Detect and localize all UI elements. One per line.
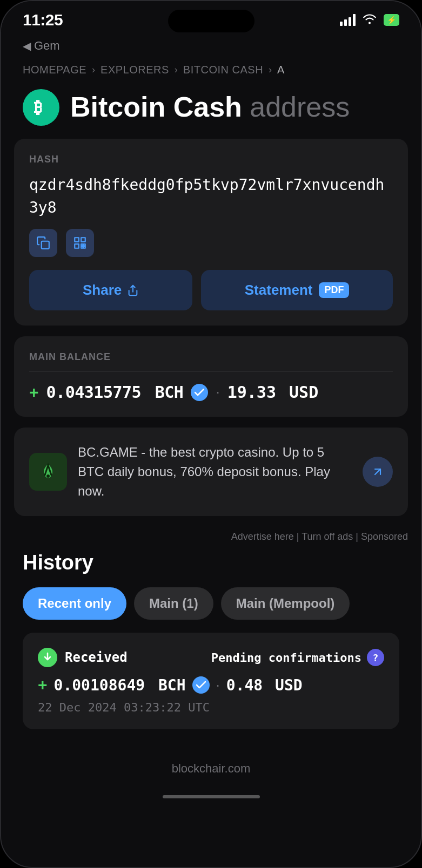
tab-main-1[interactable]: Main (1) bbox=[134, 587, 213, 620]
status-right: ⚡ bbox=[340, 12, 399, 28]
footer: blockchair.com bbox=[1, 751, 421, 786]
battery-icon: ⚡ bbox=[384, 14, 399, 26]
balance-card: MAIN BALANCE + 0.04315775 BCH · 19.33 US… bbox=[14, 336, 408, 417]
svg-rect-7 bbox=[81, 247, 83, 248]
svg-rect-4 bbox=[75, 244, 79, 248]
tx-amount-row: + 0.00108649 BCH · 0.48 USD bbox=[38, 676, 384, 694]
history-title: History bbox=[23, 551, 399, 574]
balance-amount: 0.04315775 BCH bbox=[46, 383, 184, 402]
status-time: 11:25 bbox=[23, 11, 63, 29]
balance-label: MAIN BALANCE bbox=[29, 351, 393, 363]
transaction-card: Received Pending confirmations ? + 0.001… bbox=[23, 633, 399, 729]
breadcrumb-bitcoin-cash[interactable]: BITCOIN CASH bbox=[183, 64, 263, 76]
svg-point-10 bbox=[46, 474, 50, 478]
wifi-icon bbox=[362, 12, 377, 28]
svg-rect-1 bbox=[42, 241, 49, 249]
svg-rect-6 bbox=[84, 244, 85, 246]
dynamic-island bbox=[168, 10, 254, 32]
pdf-badge: PDF bbox=[319, 282, 349, 298]
tab-main-mempool[interactable]: Main (Mempool) bbox=[221, 587, 350, 620]
copy-button[interactable] bbox=[29, 229, 57, 257]
breadcrumb: HOMEPAGE › EXPLORERS › BITCOIN CASH › A bbox=[1, 57, 421, 80]
balance-usd: 19.33 USD bbox=[227, 383, 319, 402]
action-buttons: Share Statement PDF bbox=[29, 270, 393, 310]
balance-row: + 0.04315775 BCH · 19.33 USD bbox=[29, 383, 393, 402]
tx-type: Received bbox=[65, 650, 128, 665]
pending-info-icon[interactable]: ? bbox=[367, 649, 384, 666]
tx-header: Received Pending confirmations ? bbox=[38, 648, 384, 667]
back-arrow-icon: ◀ bbox=[23, 39, 31, 52]
svg-rect-3 bbox=[81, 238, 85, 242]
svg-rect-2 bbox=[75, 238, 79, 242]
history-section: History Recent only Main (1) Main (Mempo… bbox=[1, 542, 421, 751]
page-title: Bitcoin Cash address bbox=[70, 92, 350, 123]
svg-text:₿: ₿ bbox=[34, 98, 42, 116]
phone-frame: 11:25 ⚡ ◀ Gem HO bbox=[0, 0, 422, 868]
qr-code-button[interactable] bbox=[66, 229, 94, 257]
bch-logo-icon: ₿ bbox=[23, 89, 59, 126]
hash-card: HASH qzdr4sdh8fkeddg0fp5tkvp72vmlr7xnvuc… bbox=[14, 139, 408, 326]
tab-recent-only[interactable]: Recent only bbox=[23, 587, 126, 620]
page-title-area: ₿ Bitcoin Cash address bbox=[1, 80, 421, 139]
home-indicator bbox=[163, 795, 260, 798]
tx-received-icon bbox=[38, 648, 57, 667]
ad-link-button[interactable] bbox=[363, 457, 393, 487]
svg-rect-5 bbox=[81, 244, 83, 246]
hash-actions bbox=[29, 229, 393, 257]
statement-button[interactable]: Statement PDF bbox=[201, 270, 393, 310]
footer-domain: blockchair.com bbox=[172, 762, 251, 775]
tx-amount: 0.00108649 BCH bbox=[54, 676, 186, 694]
svg-rect-8 bbox=[84, 247, 85, 248]
tx-separator: · bbox=[216, 677, 220, 694]
hash-value: qzdr4sdh8fkeddg0fp5tkvp72vmlr7xnvucendh3… bbox=[29, 174, 393, 219]
hash-label: HASH bbox=[29, 154, 393, 165]
share-button[interactable]: Share bbox=[29, 270, 192, 310]
tx-status: Pending confirmations ? bbox=[211, 649, 384, 666]
breadcrumb-current: A bbox=[277, 64, 285, 76]
balance-plus-sign: + bbox=[29, 383, 39, 402]
breadcrumb-homepage[interactable]: HOMEPAGE bbox=[23, 64, 86, 76]
tx-date: 22 Dec 2024 03:23:22 UTC bbox=[38, 701, 384, 714]
back-navigation[interactable]: ◀ Gem bbox=[1, 35, 421, 57]
svg-line-11 bbox=[375, 469, 380, 474]
ad-text: BC.GAME - the best crypto casino. Up to … bbox=[78, 443, 352, 501]
signal-bars-icon bbox=[340, 14, 356, 26]
tx-usd: 0.48 USD bbox=[226, 676, 303, 694]
balance-separator: · bbox=[216, 384, 219, 401]
tx-plus-sign: + bbox=[38, 676, 48, 694]
filter-tabs: Recent only Main (1) Main (Mempool) bbox=[23, 587, 399, 620]
back-label: Gem bbox=[34, 39, 60, 53]
breadcrumb-explorers[interactable]: EXPLORERS bbox=[101, 64, 169, 76]
verified-badge-icon bbox=[191, 384, 208, 401]
ad-card: BC.GAME - the best crypto casino. Up to … bbox=[14, 428, 408, 516]
tx-verified-icon bbox=[192, 676, 210, 694]
ad-meta: Advertise here | Turn off ads | Sponsore… bbox=[1, 527, 421, 542]
ad-logo-icon bbox=[29, 453, 67, 491]
